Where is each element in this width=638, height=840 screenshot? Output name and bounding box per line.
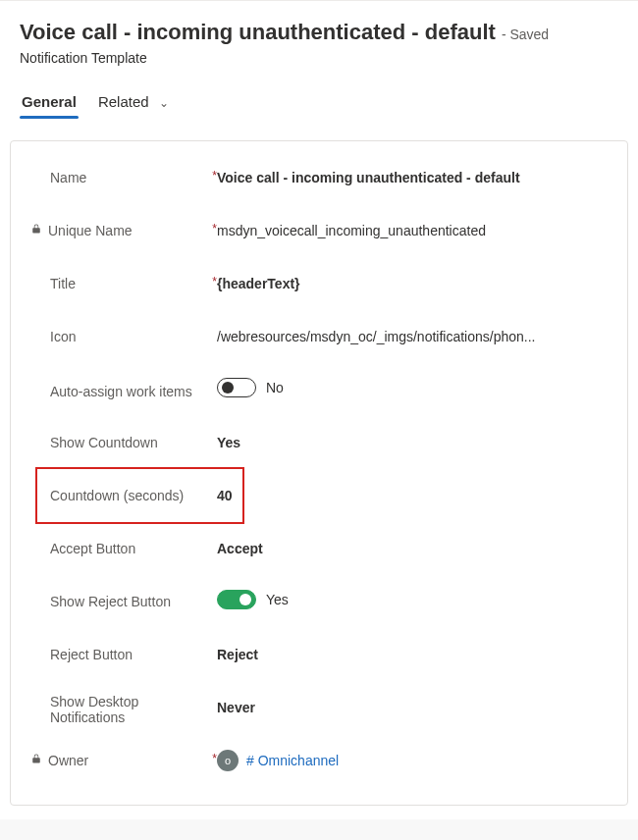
avatar: o [217, 750, 239, 771]
owner-lookup[interactable]: o # Omnichannel [217, 750, 339, 771]
field-show-countdown: Show Countdown Yes [30, 416, 608, 469]
owner-link[interactable]: # Omnichannel [246, 753, 339, 768]
value-show-desktop[interactable]: Never [217, 694, 608, 721]
required-icon: * [212, 222, 217, 236]
field-name: Name * Voice call - incoming unauthentic… [30, 151, 608, 204]
field-icon: Icon /webresources/msdyn_oc/_imgs/notifi… [30, 310, 608, 363]
label-reject-button-text: Reject Button [50, 647, 133, 662]
tab-related-label: Related [98, 93, 149, 110]
toggle-switch-off [217, 378, 256, 397]
value-unique-name: msdyn_voicecall_incoming_unauthenticated [217, 217, 608, 244]
label-auto-assign: Auto-assign work items [30, 374, 217, 405]
form-area: Name * Voice call - incoming unauthentic… [0, 129, 638, 819]
label-unique-name: Unique Name * [30, 217, 217, 244]
label-title: Title * [30, 270, 217, 297]
label-accept-button: Accept Button [30, 535, 217, 562]
field-accept-button: Accept Button Accept [30, 522, 608, 575]
label-unique-name-text: Unique Name [48, 223, 133, 238]
value-icon[interactable]: /webresources/msdyn_oc/_imgs/notificatio… [217, 323, 608, 350]
value-show-countdown[interactable]: Yes [217, 429, 608, 456]
field-owner: Owner * o # Omnichannel [30, 734, 608, 787]
chevron-down-icon: ⌄ [159, 96, 169, 110]
label-countdown-text: Countdown (seconds) [50, 488, 184, 503]
auto-assign-toggle[interactable]: No [217, 378, 284, 397]
save-status: - Saved [502, 26, 549, 42]
field-auto-assign: Auto-assign work items No [30, 363, 608, 416]
label-show-reject-text: Show Reject Button [50, 594, 171, 609]
field-countdown: Countdown (seconds) 40 [30, 469, 608, 522]
label-show-countdown-text: Show Countdown [50, 435, 158, 450]
label-show-countdown: Show Countdown [30, 429, 217, 456]
label-icon-text: Icon [50, 329, 76, 344]
label-icon: Icon [30, 323, 217, 350]
label-accept-button-text: Accept Button [50, 541, 135, 556]
required-icon: * [212, 275, 217, 289]
toggle-switch-on [217, 590, 256, 609]
value-reject-button[interactable]: Reject [217, 641, 608, 668]
label-show-reject: Show Reject Button [30, 588, 217, 615]
field-reject-button: Reject Button Reject [30, 628, 608, 681]
required-icon: * [212, 169, 217, 183]
label-show-desktop: Show Desktop Notifications [30, 684, 217, 731]
label-name: Name * [30, 164, 217, 191]
value-name[interactable]: Voice call - incoming unauthenticated - … [217, 164, 608, 191]
value-show-reject: Yes [217, 584, 608, 618]
page-title: Voice call - incoming unauthenticated - … [20, 19, 496, 46]
label-owner-text: Owner [48, 753, 88, 768]
value-accept-button[interactable]: Accept [217, 535, 608, 562]
value-auto-assign: No [217, 372, 608, 406]
label-reject-button: Reject Button [30, 641, 217, 668]
tab-general-label: General [22, 93, 77, 110]
form-card: Name * Voice call - incoming unauthentic… [10, 140, 628, 806]
tab-bar: General Related ⌄ [20, 87, 618, 119]
show-reject-toggle[interactable]: Yes [217, 590, 289, 609]
auto-assign-state: No [266, 380, 284, 395]
value-owner: o # Omnichannel [217, 744, 608, 777]
show-reject-state: Yes [266, 592, 289, 607]
entity-type-label: Notification Template [20, 50, 618, 66]
field-title: Title * {headerText} [30, 257, 608, 310]
label-countdown: Countdown (seconds) [30, 482, 217, 509]
lock-icon [30, 223, 42, 237]
required-icon: * [212, 752, 217, 765]
lock-icon [30, 753, 42, 767]
field-show-desktop: Show Desktop Notifications Never [30, 681, 608, 734]
value-title[interactable]: {headerText} [217, 270, 608, 297]
label-show-desktop-text: Show Desktop Notifications [50, 694, 217, 725]
tab-general[interactable]: General [20, 87, 79, 118]
label-owner: Owner * [30, 747, 217, 774]
field-unique-name: Unique Name * msdyn_voicecall_incoming_u… [30, 204, 608, 257]
value-countdown[interactable]: 40 [217, 482, 608, 509]
field-show-reject: Show Reject Button Yes [30, 575, 608, 628]
page: Voice call - incoming unauthenticated - … [0, 0, 638, 129]
label-name-text: Name [50, 170, 86, 185]
label-auto-assign-text: Auto-assign work items [50, 384, 192, 399]
tab-related[interactable]: Related ⌄ [96, 87, 171, 118]
label-title-text: Title [50, 276, 76, 291]
header-row: Voice call - incoming unauthenticated - … [20, 19, 618, 46]
